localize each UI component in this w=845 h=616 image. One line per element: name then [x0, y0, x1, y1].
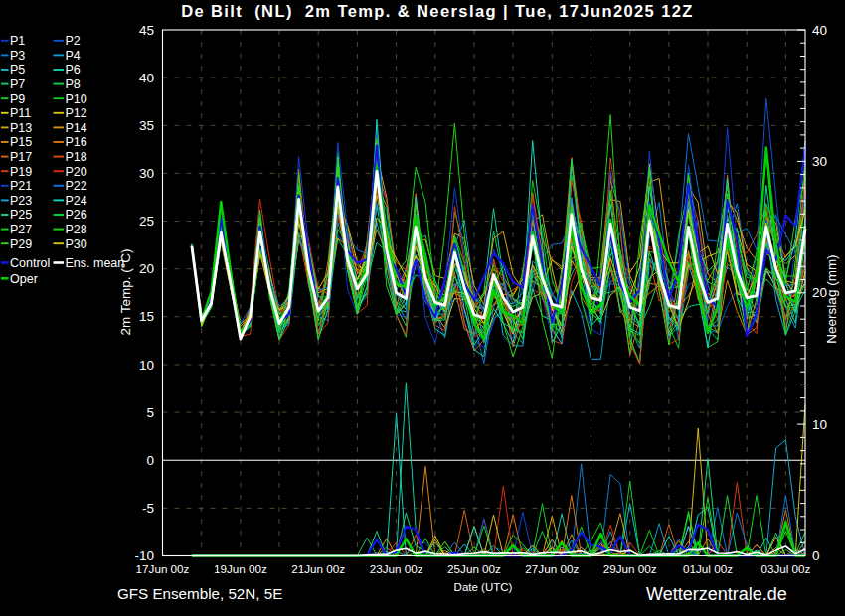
svg-text:35: 35 [139, 118, 154, 133]
svg-text:GFS Ensemble, 52N, 5E: GFS Ensemble, 52N, 5E [117, 585, 282, 602]
svg-text:Oper: Oper [10, 272, 38, 286]
svg-text:P18: P18 [66, 150, 87, 164]
svg-text:40: 40 [139, 71, 154, 85]
svg-text:P20: P20 [66, 165, 87, 179]
svg-text:10: 10 [139, 358, 154, 373]
svg-text:23Jun 00z: 23Jun 00z [370, 562, 423, 575]
svg-text:P9: P9 [10, 92, 25, 106]
svg-text:20: 20 [139, 261, 154, 276]
svg-text:P23: P23 [10, 194, 32, 208]
svg-text:19Jun 00z: 19Jun 00z [214, 562, 267, 575]
svg-text:Ens. mean: Ens. mean [66, 256, 125, 270]
svg-text:17Jun 00z: 17Jun 00z [136, 562, 190, 575]
svg-text:P27: P27 [10, 223, 32, 236]
svg-text:P12: P12 [66, 106, 87, 120]
svg-text:P2: P2 [66, 34, 81, 48]
svg-text:De Bilt (NL) 2m Temp. & Neer: De Bilt (NL) 2m Temp. & Neerslag | Tue, … [181, 2, 694, 20]
svg-text:P17: P17 [10, 150, 32, 164]
svg-text:P22: P22 [66, 179, 87, 193]
svg-text:10: 10 [812, 417, 827, 432]
svg-text:P15: P15 [10, 135, 32, 149]
svg-text:27Jun 00z: 27Jun 00z [525, 562, 579, 575]
svg-text:P26: P26 [66, 208, 87, 222]
svg-text:45: 45 [139, 23, 154, 38]
svg-text:P8: P8 [66, 77, 81, 91]
svg-text:25: 25 [139, 214, 154, 229]
svg-text:P11: P11 [10, 106, 31, 120]
svg-text:03Jul 00z: 03Jul 00z [760, 562, 810, 575]
svg-text:P16: P16 [66, 135, 87, 149]
svg-text:P21: P21 [10, 179, 32, 193]
svg-text:15: 15 [139, 309, 154, 324]
svg-text:40: 40 [812, 23, 827, 38]
svg-text:25Jun 00z: 25Jun 00z [447, 562, 501, 575]
svg-text:P30: P30 [66, 237, 87, 251]
svg-text:P14: P14 [66, 121, 87, 135]
svg-text:Neerslag (mm): Neerslag (mm) [824, 254, 839, 343]
svg-text:P24: P24 [66, 194, 87, 208]
svg-text:Date (UTC): Date (UTC) [454, 581, 513, 593]
svg-text:29Jun 00z: 29Jun 00z [603, 562, 657, 575]
svg-text:P10: P10 [66, 92, 87, 106]
svg-text:P19: P19 [10, 165, 32, 179]
svg-text:01Jul 00z: 01Jul 00z [683, 562, 733, 575]
svg-text:5: 5 [146, 405, 154, 420]
svg-text:P4: P4 [66, 49, 81, 63]
svg-text:0: 0 [146, 453, 154, 468]
svg-text:21Jun 00z: 21Jun 00z [291, 562, 345, 575]
svg-text:30: 30 [812, 154, 827, 169]
svg-text:P25: P25 [10, 208, 32, 222]
svg-text:P28: P28 [66, 223, 87, 236]
svg-text:P1: P1 [10, 34, 25, 48]
svg-text:P29: P29 [10, 237, 32, 251]
svg-text:P3: P3 [10, 49, 25, 63]
svg-text:30: 30 [139, 166, 154, 181]
svg-text:-5: -5 [142, 501, 154, 516]
svg-text:P6: P6 [66, 63, 81, 77]
svg-text:P13: P13 [10, 121, 32, 135]
svg-text:P5: P5 [10, 63, 25, 77]
svg-text:0: 0 [812, 548, 820, 563]
svg-text:Wetterzentrale.de: Wetterzentrale.de [646, 584, 787, 604]
svg-text:P7: P7 [10, 77, 25, 91]
svg-text:Control: Control [10, 256, 50, 270]
